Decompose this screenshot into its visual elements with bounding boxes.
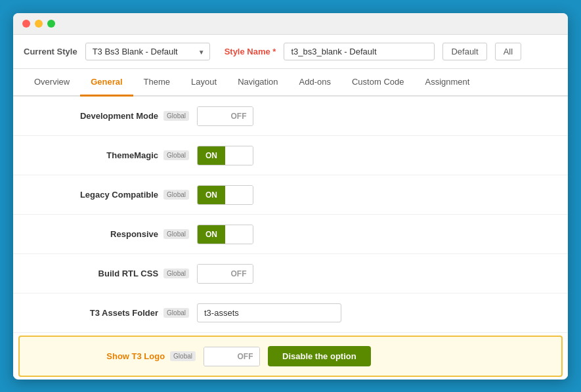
legacy-compatible-label-group: Legacy Compatible Global [26, 190, 197, 200]
disable-option-button[interactable]: Disable the option [268, 346, 371, 366]
tab-bar: Overview General Theme Layout Navigation… [13, 69, 568, 97]
legacy-compatible-toggle[interactable]: ON [197, 185, 253, 205]
development-mode-label-group: Development Mode Global [26, 111, 197, 121]
legacy-compatible-label: Legacy Compatible [80, 190, 158, 200]
theme-magic-toggle-on-label: ON [198, 146, 225, 165]
t3-assets-folder-control [197, 303, 555, 322]
t3-assets-folder-input[interactable] [197, 303, 341, 322]
build-rtl-css-row: Build RTL CSS Global OFF [13, 254, 568, 294]
theme-magic-toggle-off-part [225, 146, 253, 165]
tab-overview[interactable]: Overview [24, 69, 80, 97]
build-rtl-css-toggle-on-part [198, 265, 225, 283]
responsive-toggle-on-label: ON [198, 225, 225, 244]
development-mode-toggle[interactable]: OFF [197, 106, 253, 126]
legacy-compatible-toggle-on-label: ON [198, 186, 225, 204]
development-mode-row: Development Mode Global OFF [13, 97, 568, 136]
show-t3-logo-toggle[interactable]: OFF [204, 347, 260, 366]
legacy-compatible-control: ON [197, 185, 555, 205]
build-rtl-css-label-group: Build RTL CSS Global [26, 269, 197, 278]
t3-assets-folder-badge: Global [163, 308, 189, 318]
tab-assignment[interactable]: Assignment [414, 69, 480, 97]
development-mode-control: OFF [197, 106, 555, 126]
show-t3-logo-toggle-on-part [204, 347, 231, 366]
t3-assets-folder-row: T3 Assets Folder Global [13, 294, 568, 333]
build-rtl-css-toggle-off-label: OFF [225, 265, 253, 283]
t3-assets-folder-label-group: T3 Assets Folder Global [26, 308, 197, 318]
all-button[interactable]: All [495, 43, 521, 60]
style-select-wrapper: T3 Bs3 Blank - Default [85, 43, 210, 60]
main-window: Current Style T3 Bs3 Blank - Default Sty… [13, 13, 568, 380]
tab-general[interactable]: General [80, 69, 133, 97]
development-mode-badge: Global [163, 111, 189, 121]
build-rtl-css-badge: Global [163, 269, 189, 278]
title-bar [13, 13, 568, 35]
style-name-input[interactable] [284, 43, 435, 60]
show-t3-logo-label: Show T3 Logo [106, 351, 165, 361]
tab-layout[interactable]: Layout [181, 69, 227, 97]
theme-magic-control: ON [197, 146, 555, 165]
responsive-badge: Global [163, 229, 189, 239]
top-bar: Current Style T3 Bs3 Blank - Default Sty… [13, 35, 568, 69]
responsive-label-group: Responsive Global [26, 229, 197, 239]
close-button[interactable] [22, 20, 30, 28]
tab-theme[interactable]: Theme [133, 69, 181, 97]
build-rtl-css-toggle[interactable]: OFF [197, 264, 253, 284]
t3-assets-folder-label: T3 Assets Folder [90, 308, 158, 318]
legacy-compatible-row: Legacy Compatible Global ON [13, 175, 568, 215]
development-mode-label: Development Mode [80, 111, 158, 121]
minimize-button[interactable] [35, 20, 43, 28]
theme-magic-label-group: ThemeMagic Global [26, 150, 197, 160]
development-mode-toggle-off-label: OFF [225, 107, 253, 125]
tab-addons[interactable]: Add-ons [289, 69, 341, 97]
responsive-control: ON [197, 225, 555, 244]
theme-magic-row: ThemeMagic Global ON [13, 136, 568, 175]
theme-magic-badge: Global [163, 150, 189, 160]
build-rtl-css-control: OFF [197, 264, 555, 284]
build-rtl-css-label: Build RTL CSS [98, 269, 158, 278]
show-t3-logo-control: OFF Disable the option [204, 346, 548, 366]
show-t3-logo-badge: Global [170, 351, 196, 361]
current-style-select[interactable]: T3 Bs3 Blank - Default [85, 43, 210, 60]
settings-content: Development Mode Global OFF ThemeMagic G… [13, 97, 568, 377]
legacy-compatible-badge: Global [163, 190, 189, 200]
theme-magic-toggle[interactable]: ON [197, 146, 253, 165]
tab-custom-code[interactable]: Custom Code [341, 69, 414, 97]
responsive-toggle[interactable]: ON [197, 225, 253, 244]
show-t3-logo-label-group: Show T3 Logo Global [33, 351, 204, 361]
development-mode-toggle-on-part [198, 107, 225, 125]
responsive-label: Responsive [110, 229, 158, 239]
responsive-row: Responsive Global ON [13, 215, 568, 254]
show-t3-logo-toggle-off-label: OFF [231, 347, 259, 366]
maximize-button[interactable] [47, 20, 55, 28]
current-style-label: Current Style [24, 47, 77, 56]
legacy-compatible-toggle-off-part [225, 186, 253, 204]
responsive-toggle-off-part [225, 225, 253, 244]
default-button[interactable]: Default [442, 43, 486, 60]
theme-magic-label: ThemeMagic [106, 150, 158, 160]
style-name-label: Style Name * [225, 47, 276, 56]
tab-navigation[interactable]: Navigation [227, 69, 288, 97]
show-t3-logo-row: Show T3 Logo Global OFF Disable the opti… [18, 336, 563, 377]
